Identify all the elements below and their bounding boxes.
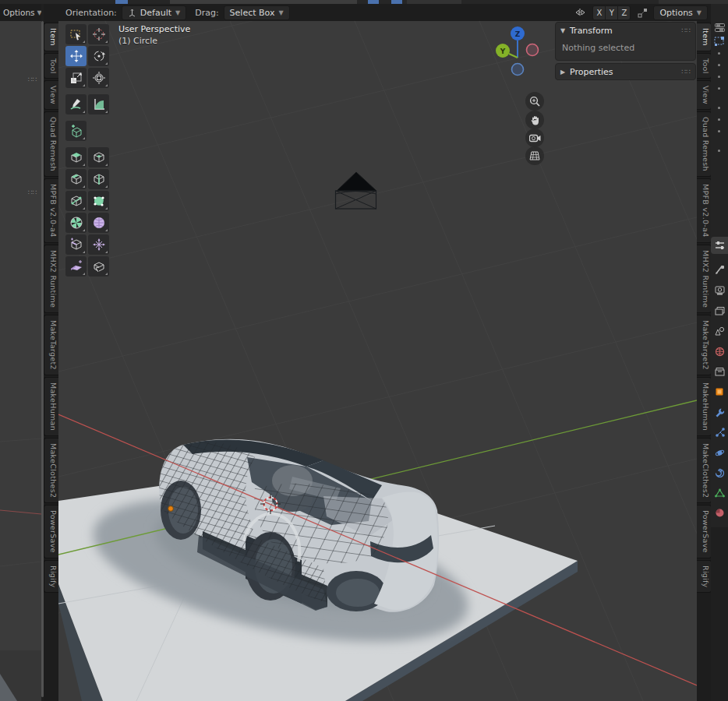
panel-grip-handle[interactable]: ∷∷ (682, 70, 691, 74)
sidebar-tab-makeclothes2[interactable]: MakeClothes2 (44, 438, 58, 503)
sidebar-tab-quad-remesh[interactable]: Quad Remesh (44, 111, 58, 177)
tool-annotate[interactable] (65, 94, 87, 114)
drag-dropdown[interactable]: Select Box ▼ (224, 5, 290, 20)
editor-type-icon[interactable] (713, 21, 726, 33)
orientation-dropdown[interactable]: Default ▼ (122, 5, 186, 20)
transform-panel: ▼ Transform ∷∷ Nothing selected (555, 22, 696, 61)
properties-editor-rail[interactable] (711, 4, 728, 701)
sidebar-tab-item[interactable]: Item (697, 23, 712, 51)
properties-tab-view-layer[interactable] (713, 305, 726, 317)
sidebar-tab-mhx2-runtime[interactable]: MHX2 Runtime (697, 245, 712, 313)
properties-tab-constraints[interactable] (713, 467, 726, 479)
sidebar-tab-makeclothes2[interactable]: MakeClothes2 (697, 438, 712, 503)
tool-transform[interactable] (88, 68, 109, 88)
3d-viewport[interactable]: User Perspective (1) Circle (58, 21, 697, 701)
sidebar-tab-maketarget2[interactable]: MakeTarget2 (697, 315, 712, 375)
properties-tab-collection[interactable] (713, 365, 726, 378)
mini-options-dropdown[interactable]: Options (3, 8, 35, 17)
tool-knife[interactable] (65, 191, 87, 211)
properties-tab-scene[interactable] (713, 325, 726, 337)
tool-measure[interactable] (88, 94, 109, 114)
properties-tab-output[interactable] (713, 284, 726, 297)
sidebar-tab-tool[interactable]: Tool (44, 53, 58, 79)
properties-tab-object[interactable] (713, 386, 726, 398)
properties-tab-object-data[interactable] (713, 487, 726, 499)
properties-tab-physics[interactable] (713, 446, 726, 459)
chevron-down-icon: ▼ (560, 27, 570, 34)
orientation-label: Orientation: (65, 8, 117, 18)
sidebar-tab-powersave[interactable]: PowerSave (697, 505, 712, 558)
sidebar-tab-makehuman[interactable]: MakeHuman (697, 377, 712, 436)
gizmo-z-label: Z (515, 30, 521, 38)
tool-cursor[interactable] (88, 24, 109, 44)
tool-loop-cut[interactable] (88, 169, 109, 189)
sidebar-tab-view[interactable]: View (697, 80, 712, 110)
sidebar-tab-mpfb[interactable]: MPFB v2.0-a4 (697, 178, 712, 243)
gizmo-z-neg-axis[interactable] (512, 64, 524, 76)
properties-tab-render[interactable] (713, 263, 726, 276)
sidebar-tab-view[interactable]: View (44, 80, 58, 110)
viewport-header: Orientation: Default ▼ Drag: Select Box … (58, 4, 711, 21)
pan-hand-button[interactable] (525, 111, 544, 129)
transform-panel-header[interactable]: ▼ Transform ∷∷ (556, 23, 695, 38)
tool-select-box[interactable] (65, 24, 87, 44)
sidebar-tab-tool[interactable]: Tool (697, 53, 712, 79)
tool-rotate[interactable] (88, 46, 109, 66)
tool-spin[interactable] (65, 213, 87, 233)
panel-dot (718, 150, 720, 152)
gizmo-x-neg-axis[interactable] (527, 44, 539, 56)
properties-tab-material[interactable] (713, 506, 726, 519)
tool-inset-faces[interactable] (88, 147, 109, 167)
tool-poly-build[interactable] (88, 191, 109, 211)
mirror-x-button[interactable]: X (593, 6, 606, 19)
chevron-down-icon: ▼ (697, 9, 701, 16)
camera-view-button[interactable] (525, 129, 544, 147)
sidebar-tab-mpfb[interactable]: MPFB v2.0-a4 (44, 178, 58, 243)
transform-panel-title: Transform (570, 26, 682, 36)
properties-panel-header[interactable]: ▶ Properties ∷∷ (556, 64, 695, 79)
panel-dot (718, 64, 720, 66)
chevron-down-icon: ▼ (278, 9, 283, 16)
tool-rip-region[interactable] (88, 256, 109, 277)
panel-dot (718, 52, 720, 55)
sidebar-tab-mhx2-runtime[interactable]: MHX2 Runtime (44, 245, 58, 313)
transform-empty-state: Nothing selected (556, 38, 695, 60)
perspective-toggle-button[interactable] (525, 146, 544, 165)
mirror-icon[interactable] (573, 6, 588, 19)
sidebar-tab-powersave[interactable]: PowerSave (44, 505, 58, 558)
tool-shear[interactable] (65, 256, 87, 277)
navigation-gizmo[interactable]: Z Y (489, 23, 546, 79)
tool-randomize[interactable] (88, 234, 109, 255)
tool-smooth[interactable] (88, 213, 109, 233)
sidebar-tab-rigify[interactable]: Rigify (44, 560, 58, 594)
tool-add-cube[interactable] (65, 121, 87, 141)
mirror-y-button[interactable]: Y (606, 6, 618, 19)
properties-tab-world[interactable] (713, 345, 726, 358)
proportional-editing-icon[interactable] (634, 6, 650, 19)
sidebar-tab-rigify[interactable]: Rigify (697, 560, 712, 594)
properties-tab-particles[interactable] (713, 426, 726, 439)
secondary-viewport[interactable]: Options ▼ ∷∷ ∷∷ (0, 4, 41, 701)
car-wheel-front (327, 571, 386, 611)
drag-label: Drag: (195, 8, 218, 18)
sidebar-tab-item[interactable]: Item (44, 23, 58, 51)
properties-tab-tool[interactable] (713, 239, 726, 252)
active-tool-select-box-icon[interactable] (713, 35, 726, 48)
tool-extrude-region[interactable] (65, 147, 87, 167)
panel-grip-handle[interactable]: ∷∷ (682, 29, 691, 33)
mirror-z-button[interactable]: Z (618, 6, 630, 19)
tool-move[interactable] (65, 46, 87, 66)
tool-bevel[interactable] (65, 169, 87, 189)
properties-tab-modifiers[interactable] (713, 406, 726, 418)
zoom-button[interactable] (525, 92, 544, 111)
camera[interactable] (336, 172, 377, 209)
rail-empty-area (711, 527, 728, 701)
sidebar-tab-quad-remesh[interactable]: Quad Remesh (697, 111, 712, 177)
sidebar-tab-maketarget2[interactable]: MakeTarget2 (44, 315, 58, 375)
viewport-options-dropdown[interactable]: Options ▼ (653, 5, 708, 20)
origin-point[interactable] (168, 506, 174, 512)
tool-scale[interactable] (65, 68, 87, 88)
tool-edge-slide[interactable] (65, 234, 87, 255)
sidebar-tab-makehuman[interactable]: MakeHuman (44, 377, 58, 436)
properties-panel-title: Properties (570, 67, 682, 77)
